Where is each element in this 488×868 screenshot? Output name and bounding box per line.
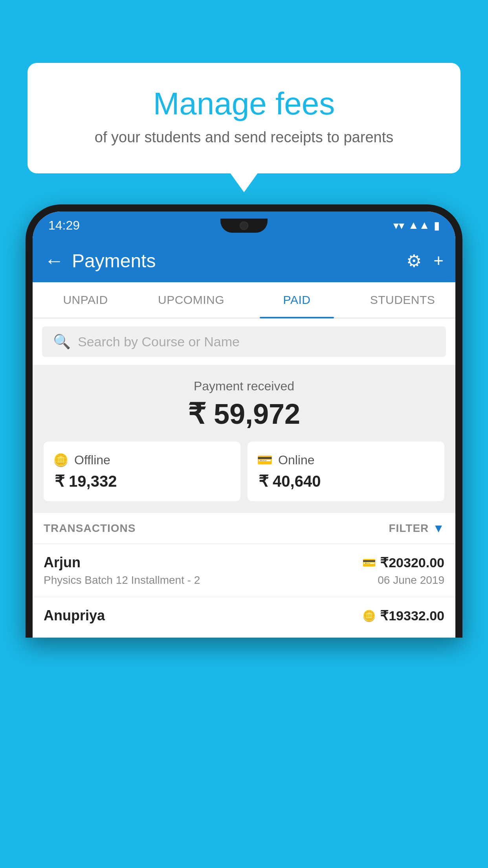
transaction-bottom: Physics Batch 12 Installment - 2 06 June… <box>44 574 444 587</box>
bubble-subtitle: of your students and send receipts to pa… <box>47 129 441 146</box>
online-amount: ₹ 40,640 <box>259 472 435 490</box>
filter-icon: ▼ <box>433 522 444 535</box>
search-input[interactable]: Search by Course or Name <box>78 334 240 349</box>
search-container: 🔍 Search by Course or Name <box>33 318 455 365</box>
online-card: 💳 Online ₹ 40,640 <box>248 441 444 501</box>
tab-paid[interactable]: PAID <box>244 282 350 318</box>
transaction-top: Anupriya 🪙 ₹19332.00 <box>44 607 444 624</box>
transaction-amount: ₹19332.00 <box>380 608 444 623</box>
settings-icon[interactable]: ⚙ <box>406 251 422 271</box>
search-icon: 🔍 <box>53 333 71 350</box>
search-box[interactable]: 🔍 Search by Course or Name <box>42 326 446 357</box>
camera <box>240 221 248 230</box>
status-time: 14:29 <box>48 218 80 233</box>
transaction-date: 06 June 2019 <box>378 574 444 587</box>
speech-bubble: Manage fees of your students and send re… <box>28 63 460 173</box>
tab-students[interactable]: STUDENTS <box>350 282 455 318</box>
transaction-name: Arjun <box>44 554 81 571</box>
payment-received-section: Payment received ₹ 59,972 🪙 Offline ₹ 19… <box>33 365 455 513</box>
battery-icon: ▮ <box>434 219 440 232</box>
offline-amount: ₹ 19,332 <box>55 472 231 490</box>
card-payment-icon: 💳 <box>362 556 376 569</box>
app-bar-icons: ⚙ + <box>406 251 444 271</box>
transaction-amount: ₹20320.00 <box>380 555 444 570</box>
bubble-title: Manage fees <box>47 86 441 121</box>
app-bar-title: Payments <box>72 250 406 272</box>
back-button[interactable]: ← <box>44 249 64 272</box>
status-icons: ▾▾ ▲▲ ▮ <box>393 219 440 232</box>
online-label: Online <box>278 453 315 467</box>
transaction-amount-wrap: 💳 ₹20320.00 <box>362 555 444 570</box>
online-card-header: 💳 Online <box>257 452 435 467</box>
transactions-label: TRANSACTIONS <box>44 522 136 535</box>
tab-upcoming[interactable]: UPCOMING <box>138 282 244 318</box>
transaction-row[interactable]: Arjun 💳 ₹20320.00 Physics Batch 12 Insta… <box>33 544 455 597</box>
transaction-name: Anupriya <box>44 607 105 624</box>
transaction-top: Arjun 💳 ₹20320.00 <box>44 554 444 571</box>
payment-cards: 🪙 Offline ₹ 19,332 💳 Online ₹ 40,640 <box>44 441 444 501</box>
offline-card: 🪙 Offline ₹ 19,332 <box>44 441 240 501</box>
offline-label: Offline <box>74 453 110 467</box>
transactions-header: TRANSACTIONS FILTER ▼ <box>33 513 455 544</box>
tabs: UNPAID UPCOMING PAID STUDENTS <box>33 282 455 318</box>
phone-wrapper: 14:29 ▾▾ ▲▲ ▮ ← Payments ⚙ + <box>26 204 462 868</box>
offline-icon: 🪙 <box>53 452 69 467</box>
phone-outer: 14:29 ▾▾ ▲▲ ▮ ← Payments ⚙ + <box>26 204 462 638</box>
offline-payment-icon: 🪙 <box>362 609 376 622</box>
wifi-icon: ▾▾ <box>393 219 404 232</box>
payment-received-amount: ₹ 59,972 <box>40 397 448 430</box>
transaction-amount-wrap: 🪙 ₹19332.00 <box>362 608 444 623</box>
online-icon: 💳 <box>257 452 273 467</box>
tab-unpaid[interactable]: UNPAID <box>33 282 138 318</box>
transaction-row[interactable]: Anupriya 🪙 ₹19332.00 <box>33 597 455 638</box>
payment-received-label: Payment received <box>40 379 448 394</box>
phone-notch <box>220 219 268 233</box>
transaction-course: Physics Batch 12 Installment - 2 <box>44 574 200 587</box>
phone-screen: 14:29 ▾▾ ▲▲ ▮ ← Payments ⚙ + <box>33 211 455 638</box>
offline-card-header: 🪙 Offline <box>53 452 231 467</box>
filter-label: FILTER <box>389 522 429 535</box>
signal-icon: ▲▲ <box>408 219 430 232</box>
filter-button[interactable]: FILTER ▼ <box>389 522 444 535</box>
add-icon[interactable]: + <box>433 251 444 270</box>
app-bar: ← Payments ⚙ + <box>33 239 455 282</box>
